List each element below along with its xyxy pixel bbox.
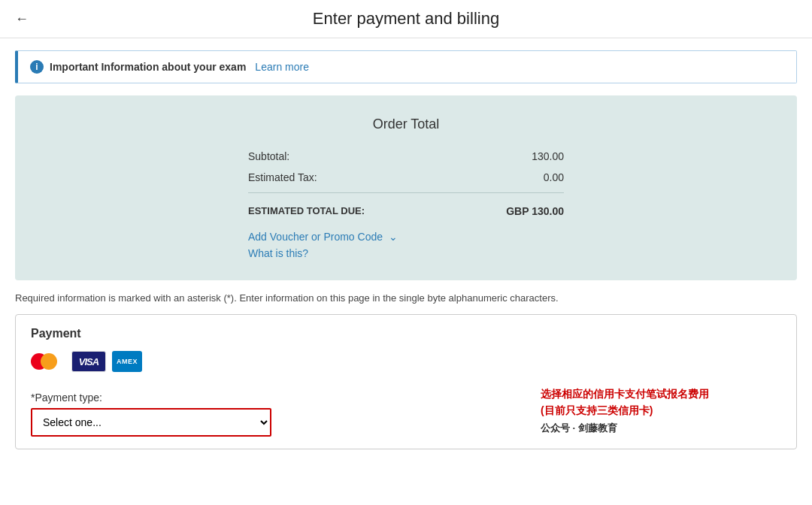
payment-type-row: *Payment type: Select one... Visa Master… <box>31 386 781 437</box>
tax-value: 0.00 <box>544 171 564 183</box>
annotation-line1: 选择相应的信用卡支付笔试报名费用 <box>541 388 709 400</box>
order-title: Order Total <box>45 116 767 132</box>
order-total-box: Order Total Subtotal: 130.00 Estimated T… <box>15 95 797 280</box>
subtotal-label: Subtotal: <box>248 150 289 162</box>
annotation-line2: (目前只支持三类信用卡) <box>541 404 653 416</box>
subtotal-row: Subtotal: 130.00 <box>248 150 564 162</box>
payment-type-select-wrapper[interactable]: Select one... Visa Mastercard American E… <box>31 408 271 437</box>
back-arrow-icon[interactable]: ← <box>15 11 29 27</box>
header: ← Enter payment and billing <box>0 0 812 38</box>
amex-icon: AMEX <box>112 351 142 372</box>
payment-type-label: *Payment type: <box>31 392 526 404</box>
payment-type-field: *Payment type: Select one... Visa Master… <box>31 392 526 437</box>
chevron-down-icon: ⌄ <box>389 231 398 243</box>
subtotal-value: 130.00 <box>532 150 564 162</box>
page-title: Enter payment and billing <box>15 9 797 29</box>
mastercard-icon <box>31 351 65 372</box>
voucher-link[interactable]: Add Voucher or Promo Code <box>248 231 383 243</box>
divider <box>248 192 564 193</box>
voucher-row[interactable]: Add Voucher or Promo Code ⌄ <box>248 231 564 243</box>
visa-icon: VISA <box>71 351 106 372</box>
what-is-this-link[interactable]: What is this? <box>248 247 564 259</box>
card-icons: VISA AMEX <box>31 351 781 372</box>
payment-title: Payment <box>31 327 781 340</box>
mc-right-circle <box>41 353 57 370</box>
payment-type-select[interactable]: Select one... Visa Mastercard American E… <box>32 410 270 435</box>
info-banner: i Important Information about your exam … <box>15 50 797 83</box>
payment-section: Payment VISA AMEX *Payment type: Select … <box>15 314 797 449</box>
banner-text: Important Information about your exam <box>50 61 246 73</box>
total-row: ESTIMATED TOTAL DUE: GBP 130.00 <box>248 205 564 217</box>
annotation-area: 选择相应的信用卡支付笔试报名费用 (目前只支持三类信用卡) 公众号 · 剑藤教育 <box>526 386 781 437</box>
order-rows: Subtotal: 130.00 Estimated Tax: 0.00 EST… <box>248 150 564 259</box>
total-label: ESTIMATED TOTAL DUE: <box>248 205 365 217</box>
tax-row: Estimated Tax: 0.00 <box>248 171 564 183</box>
learn-more-link[interactable]: Learn more <box>255 61 309 73</box>
required-note: Required information is marked with an a… <box>15 292 797 304</box>
payment-left: *Payment type: Select one... Visa Master… <box>31 386 526 437</box>
annotation-line3: 公众号 · 剑藤教育 <box>541 422 617 434</box>
total-value: GBP 130.00 <box>506 205 564 217</box>
info-icon: i <box>30 60 44 74</box>
annotation-text: 选择相应的信用卡支付笔试报名费用 (目前只支持三类信用卡) 公众号 · 剑藤教育 <box>541 386 781 437</box>
tax-label: Estimated Tax: <box>248 171 317 183</box>
